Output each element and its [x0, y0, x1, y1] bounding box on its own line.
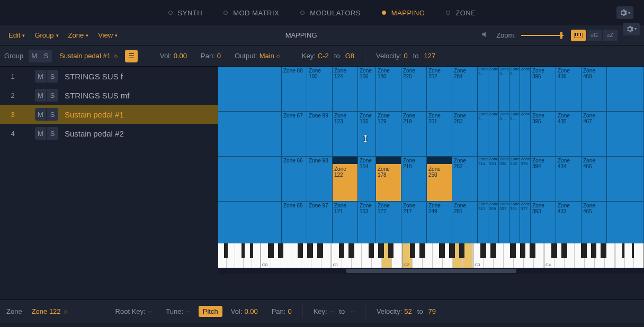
zone-cell[interactable]: Zone 179: [376, 112, 401, 156]
zone-cell[interactable]: Zone 156: [358, 67, 376, 111]
zone-cell[interactable]: Zone 329: [488, 202, 499, 246]
velocity-range-param[interactable]: Velocity:0to127: [371, 52, 441, 60]
zone-cell[interactable]: Zone 220: [401, 67, 427, 111]
piano-key[interactable]: [352, 243, 362, 268]
zone-cell[interactable]: Zone 284: [452, 67, 478, 111]
settings-gear-button[interactable]: ▾: [616, 6, 633, 19]
zone-cell[interactable]: Zone 393: [531, 202, 556, 246]
zone-cell[interactable]: Zone 155: [358, 112, 376, 156]
tab-synth[interactable]: SYNTH: [168, 9, 203, 17]
zone-cell[interactable]: Zone 436: [556, 67, 582, 111]
mute-button[interactable]: M: [29, 50, 40, 62]
keyboard[interactable]: C0C1C2C3C4: [218, 243, 644, 268]
output-param[interactable]: Output:Main◇: [229, 52, 285, 60]
mute-button[interactable]: M: [35, 108, 47, 121]
group-row[interactable]: 3MSSustain pedal #1: [0, 105, 218, 124]
zone-cell[interactable]: [218, 202, 282, 246]
zone-cell[interactable]: Zone 122: [333, 157, 358, 201]
key-range-param[interactable]: Key:C-2toG8: [297, 52, 360, 60]
zone-cell[interactable]: Zone…: [488, 67, 499, 111]
zone-cell[interactable]: Zone…: [520, 67, 531, 111]
zone-cell[interactable]: Zone 3…: [478, 67, 488, 111]
zone-cell[interactable]: [218, 112, 282, 156]
piano-key[interactable]: [301, 243, 311, 268]
zone-pan-param[interactable]: Pan:0: [266, 307, 297, 315]
zone-cell[interactable]: Zone 3…: [509, 112, 520, 156]
zone-cell[interactable]: Zone 180: [376, 67, 401, 111]
group-row[interactable]: 1MSSTRINGS SUS f: [0, 67, 218, 86]
view-keyboard-button[interactable]: [571, 30, 586, 41]
piano-key[interactable]: [504, 243, 514, 268]
pitch-button[interactable]: Pitch: [199, 306, 222, 317]
zone-cell[interactable]: Zone 217: [401, 202, 427, 246]
zone-cell[interactable]: Zone 435: [556, 112, 582, 156]
zone-cell[interactable]: [218, 67, 282, 111]
zone-cell[interactable]: Zone 396: [531, 67, 556, 111]
rootkey-param[interactable]: Root Key:--: [110, 307, 158, 315]
zone-cell[interactable]: Zone 65: [282, 202, 307, 246]
zone-cell[interactable]: Zone 282: [452, 157, 478, 201]
piano-key[interactable]: [311, 243, 321, 268]
piano-key[interactable]: [453, 243, 463, 268]
zone-cell[interactable]: Zone 362: [509, 157, 520, 201]
piano-key[interactable]: [524, 243, 534, 268]
zone-cell[interactable]: Zone 67: [282, 112, 307, 156]
view-zone-button[interactable]: ≡Z: [603, 30, 618, 41]
tab-mod-matrix[interactable]: MOD MATRIX: [223, 9, 279, 17]
zone-cell[interactable]: Zone 123: [333, 112, 358, 156]
piano-key[interactable]: [271, 243, 281, 268]
zone-cell[interactable]: Zone 313: [478, 202, 488, 246]
menu-view[interactable]: View ▾: [94, 29, 122, 41]
zone-cell[interactable]: Zone 121: [333, 202, 358, 246]
zone-cell[interactable]: Zone 468: [582, 67, 607, 111]
vol-param[interactable]: Vol:0.00: [155, 52, 192, 60]
zone-cell[interactable]: Zone 3…: [499, 67, 509, 111]
piano-key[interactable]: [392, 243, 402, 268]
zone-vol-param[interactable]: Vol:0.00: [226, 307, 263, 315]
piano-key[interactable]: [514, 243, 524, 268]
piano-key[interactable]: [433, 243, 443, 268]
zone-cell[interactable]: Zone 66: [282, 157, 307, 201]
menu-edit[interactable]: Edit ▾: [4, 29, 29, 41]
zone-cell[interactable]: Zone 338: [499, 157, 509, 201]
piano-key[interactable]: [423, 243, 433, 268]
piano-key[interactable]: [494, 243, 504, 268]
tab-modulators[interactable]: MODULATORS: [300, 9, 361, 17]
speaker-icon[interactable]: [480, 30, 491, 40]
group-name-dropdown[interactable]: Sustain pedal #1◇: [55, 52, 122, 60]
mute-button[interactable]: M: [35, 70, 47, 83]
menu-zone[interactable]: Zone ▾: [64, 29, 93, 41]
zone-key-param[interactable]: Key:--to--: [308, 307, 360, 315]
piano-key[interactable]: [321, 243, 332, 268]
zone-cell[interactable]: Zone 394: [531, 157, 556, 201]
zone-cell[interactable]: Zone 251: [427, 112, 452, 156]
zone-cell[interactable]: Zone 433: [556, 202, 582, 246]
zone-cell[interactable]: Zone 250: [427, 157, 452, 201]
piano-key[interactable]: [342, 243, 352, 268]
piano-key[interactable]: [413, 243, 423, 268]
piano-key[interactable]: [585, 243, 595, 268]
settings-button[interactable]: ▾: [623, 23, 640, 35]
mute-button[interactable]: M: [35, 89, 47, 102]
piano-key[interactable]: [372, 243, 382, 268]
solo-button[interactable]: S: [47, 108, 58, 121]
zone-cell[interactable]: Zone 249: [427, 202, 452, 246]
piano-key[interactable]: [382, 243, 392, 268]
menu-group[interactable]: Group ▾: [30, 29, 62, 41]
zoom-slider[interactable]: [521, 29, 564, 42]
solo-button[interactable]: S: [47, 89, 58, 102]
zone-cell[interactable]: Zone 361: [509, 202, 520, 246]
zone-cell[interactable]: Zone 99: [307, 112, 333, 156]
zone-cell[interactable]: Zone 154: [358, 157, 376, 201]
zone-cell[interactable]: Zone 434: [556, 157, 582, 201]
zone-cell[interactable]: Zone 3…: [509, 67, 520, 111]
piano-key[interactable]: [463, 243, 473, 268]
group-row[interactable]: 4MSSustain pedal #2: [0, 124, 218, 143]
zone-cell[interactable]: Zone 98: [307, 157, 333, 201]
zone-map[interactable]: Zone 68Zone 100Zone 124Zone 156Zone 180Z…: [218, 67, 644, 299]
solo-button[interactable]: S: [47, 127, 58, 140]
zone-cell[interactable]: [218, 157, 282, 201]
zone-cell[interactable]: Zone 337: [499, 202, 509, 246]
zone-cell[interactable]: Zone 97: [307, 202, 333, 246]
zone-cell[interactable]: Zone 218: [401, 157, 427, 201]
